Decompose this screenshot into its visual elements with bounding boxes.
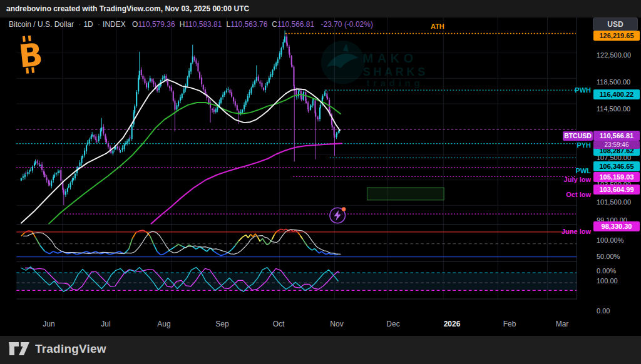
ohlc-values: O110,579.36H110,583.81L110,563.76C110,56… [128,20,314,29]
time-axis-dec[interactable]: Dec [386,320,399,328]
candle-body [183,89,185,93]
oscillator-axis-tick: 0.00% [597,267,616,275]
candle-body [315,113,316,117]
candle-body [122,148,123,151]
ma-magenta-line [151,143,342,223]
candle-body [106,139,107,143]
legend-separator: · [78,20,81,29]
time-axis-mar[interactable]: Mar [556,320,569,328]
chart-legend[interactable]: Bitcoin / U.S. Dollar ·1D ·INDEX O110,57… [9,20,373,30]
oscillator-line [77,253,82,255]
time-axis[interactable]: JunJulAugSepOctNovDec2026FebMar [0,316,641,333]
oscillator-line [232,246,235,250]
oscillator-line [150,236,154,244]
candle-body [259,81,260,83]
oscillator-line [110,253,115,255]
oscillator-line [45,251,50,254]
oscillator-line [36,237,41,245]
candle-body [87,143,88,144]
symbol-name[interactable]: Bitcoin / U.S. Dollar [9,20,74,29]
interval-label[interactable]: 1D [83,20,93,29]
candle-body [256,77,257,81]
oscillator-signal-line [24,230,341,254]
time-axis-nov[interactable]: Nov [330,320,343,328]
time-axis-feb[interactable]: Feb [503,320,516,328]
candle-body [156,88,158,91]
candle-body [51,181,52,186]
bar-countdown: 23:59:46 [593,141,640,149]
candle-body [89,139,90,144]
level-name-pyh[interactable]: PYH [401,141,591,149]
candle-body [280,48,282,54]
candle-body [44,174,46,177]
time-axis-2026[interactable]: 2026 [444,320,461,328]
candle-body [249,92,250,95]
time-axis-jul[interactable]: Jul [101,320,110,328]
price-axis-tick: 114,500.00 [597,105,630,113]
oscillator-line [336,255,338,255]
candle-body [194,57,195,60]
oscillator-line [203,249,207,251]
oscillator-line [28,231,32,231]
candle-body [265,86,266,90]
oscillator-line [312,248,315,250]
candle-body [305,101,307,103]
time-axis-oct[interactable]: Oct [273,320,285,328]
level-name-pwh[interactable]: PWH [401,86,591,94]
oscillator-line [53,251,58,253]
ohlc-value: 110,566.81 [277,20,314,29]
candle-body [213,109,215,112]
time-axis-jun[interactable]: Jun [43,320,54,328]
candle-body [317,118,319,119]
price-axis[interactable]: 122,500.00118,500.00114,500.00107,500.00… [593,18,641,333]
time-axis-sep[interactable]: Sep [215,320,228,328]
level-name-july-low[interactable]: July low [401,176,591,183]
oscillator-line [260,238,262,241]
candle-body [79,163,80,166]
currency-toggle-button[interactable]: USD [593,18,638,31]
candle-body [320,105,321,108]
tradingview-logo[interactable]: TradingView [9,341,106,356]
level-name-june-low[interactable]: June low [401,228,591,235]
oscillator-line [238,237,242,241]
candle-body [146,83,147,87]
oscillator-line [258,237,260,241]
candle-body [269,78,270,83]
oscillator-line [157,251,161,255]
candle-body [176,105,177,109]
candle-body [299,90,300,91]
candle-body [34,161,36,164]
oscillator-line [262,238,265,242]
candle-body [201,78,202,84]
stochastic-axis-tick: 0.00 [597,307,610,315]
candle-body [272,70,273,75]
level-name-pwl[interactable]: PWL [401,167,591,174]
oscillator-line [242,235,246,238]
candle-body [229,90,230,93]
time-axis-aug[interactable]: Aug [157,320,170,328]
candle-body [203,85,204,89]
candle-body [151,79,153,82]
candle-body [180,98,181,101]
candle-body [224,92,225,95]
candle-body [205,89,206,94]
oscillator-line [272,235,274,240]
oscillator-line [319,251,322,253]
candle-body [29,171,30,172]
candle-body [131,125,133,139]
candle-body [117,146,118,148]
candle-body [237,105,238,110]
candle-body [112,151,113,154]
oscillator-line [293,230,295,231]
candle-body [49,183,50,185]
candle-body [218,102,220,106]
candle-body [226,90,227,92]
level-name-oct-low[interactable]: Oct low [401,191,591,198]
candle-body [263,88,264,90]
candle-body [287,43,288,46]
ath-line-tag[interactable]: ATH [431,23,444,30]
candle-body [208,99,209,104]
candle-body [284,36,285,42]
oscillator-line [161,254,165,255]
candle-body [65,191,66,195]
